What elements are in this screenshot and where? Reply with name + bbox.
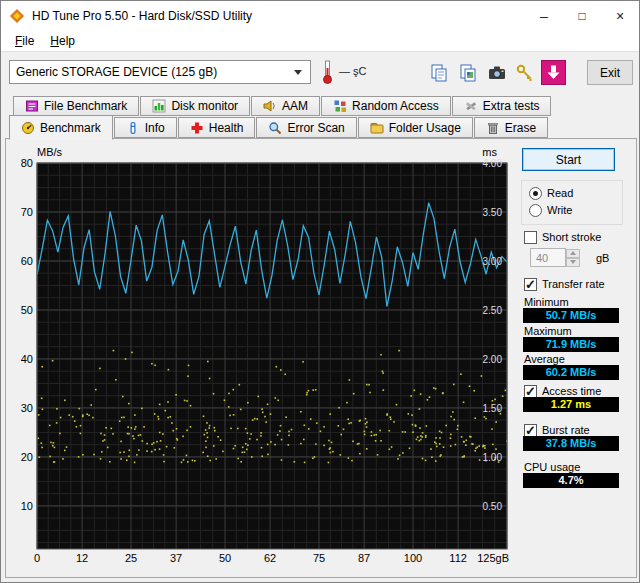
average-value: 60.2 MB/s [523, 365, 619, 380]
svg-text:30: 30 [21, 402, 33, 414]
access-time-value: 1.27 ms [523, 397, 619, 412]
tab-benchmark[interactable]: Benchmark [9, 115, 113, 140]
tab-health[interactable]: Health [178, 117, 256, 138]
tab-label: Benchmark [40, 121, 101, 135]
start-button[interactable]: Start [522, 148, 615, 171]
tab-label: File Benchmark [44, 99, 127, 113]
short-stroke-label: Short stroke [542, 231, 601, 243]
menu-file-rest: ile [22, 34, 34, 48]
short-stroke-checkbox-box[interactable] [524, 231, 537, 244]
svg-text:2.00: 2.00 [483, 354, 503, 365]
tab-random-access[interactable]: Random Access [321, 96, 451, 116]
tab-disk-monitor[interactable]: Disk monitor [140, 96, 250, 116]
tab-extra-tests[interactable]: Extra tests [452, 96, 552, 116]
tab-erase[interactable]: Erase [474, 117, 548, 138]
tab-file-benchmark[interactable]: File Benchmark [13, 96, 139, 116]
svg-text:40: 40 [21, 353, 33, 365]
tab-label: Info [145, 121, 165, 135]
maximum-label: Maximum [524, 325, 572, 337]
read-radio-circle[interactable] [529, 187, 542, 200]
extra-tests-icon [464, 99, 478, 113]
svg-text:50: 50 [219, 552, 231, 564]
temperature-readout: — şC [339, 65, 367, 77]
menu-bar: File Help [1, 31, 639, 52]
menu-help-rest: elp [59, 34, 75, 48]
tab-label: Extra tests [483, 99, 540, 113]
close-button[interactable]: × [601, 1, 639, 31]
read-radio-label: Read [547, 187, 573, 199]
tab-aam[interactable]: AAM [251, 96, 320, 116]
tab-info[interactable]: Info [114, 117, 177, 138]
svg-text:12: 12 [76, 552, 88, 564]
read-radio[interactable]: Read [529, 186, 573, 200]
toolbar: Generic STORAGE DEVICE (125 gB) — şC [1, 53, 639, 91]
device-select[interactable]: Generic STORAGE DEVICE (125 gB) [9, 60, 311, 84]
app-window: HD Tune Pro 5.50 - Hard Disk/SSD Utility… [0, 0, 640, 583]
chevron-down-icon [294, 70, 302, 75]
write-radio[interactable]: Write [529, 203, 572, 217]
svg-text:112: 112 [449, 552, 467, 564]
short-stroke-size: 40 gB [530, 248, 609, 267]
svg-text:75: 75 [313, 552, 325, 564]
exit-button[interactable]: Exit [587, 60, 633, 85]
camera-icon[interactable] [484, 60, 509, 85]
menu-help[interactable]: Help [42, 32, 83, 50]
svg-text:0.50: 0.50 [483, 501, 503, 512]
access-time-checkbox[interactable]: Access time [524, 384, 601, 398]
maximize-button[interactable]: □ [563, 1, 601, 31]
info-icon [126, 121, 140, 135]
window-title: HD Tune Pro 5.50 - Hard Disk/SSD Utility [32, 9, 525, 23]
benchmark-icon [21, 121, 35, 135]
svg-text:80: 80 [21, 157, 33, 169]
write-radio-label: Write [547, 204, 572, 216]
menu-help-accel: H [50, 34, 59, 48]
svg-text:50: 50 [21, 304, 33, 316]
benchmark-chart: MB/sms80706050403020104.003.503.002.502.… [9, 145, 517, 569]
tab-folder-usage[interactable]: Folder Usage [358, 117, 473, 138]
tab-error-scan[interactable]: Error Scan [256, 117, 356, 138]
average-label: Average [524, 353, 565, 365]
folder-usage-icon [370, 121, 384, 135]
svg-text:4.00: 4.00 [483, 158, 503, 169]
svg-text:2.50: 2.50 [483, 305, 503, 316]
titlebar: HD Tune Pro 5.50 - Hard Disk/SSD Utility… [1, 1, 639, 31]
aam-icon [263, 99, 277, 113]
copy-text-icon[interactable] [426, 60, 451, 85]
maximum-value: 71.9 MB/s [523, 337, 619, 352]
svg-text:70: 70 [21, 206, 33, 218]
short-stroke-size-input: 40 [530, 248, 566, 267]
tab-row-primary: Benchmark Info Health Error Scan Folder … [9, 117, 549, 138]
write-radio-circle[interactable] [529, 204, 542, 217]
app-icon [9, 8, 25, 24]
menu-file[interactable]: File [7, 32, 42, 50]
tab-label: AAM [282, 99, 308, 113]
save-image-button[interactable] [541, 60, 566, 85]
transfer-rate-checkbox-box[interactable] [524, 278, 537, 291]
burst-rate-value: 37.8 MB/s [523, 436, 619, 451]
svg-text:3.00: 3.00 [483, 256, 503, 267]
minimize-button[interactable]: – [525, 1, 563, 31]
transfer-rate-label: Transfer rate [542, 278, 605, 290]
cpu-usage-label: CPU usage [524, 461, 580, 473]
access-time-checkbox-box[interactable] [524, 385, 537, 398]
short-stroke-checkbox[interactable]: Short stroke [524, 230, 601, 244]
tab-label: Erase [505, 121, 536, 135]
svg-text:1.50: 1.50 [483, 403, 503, 414]
serial-key-icon[interactable] [512, 60, 537, 85]
svg-text:25: 25 [125, 552, 137, 564]
svg-text:1.00: 1.00 [483, 452, 503, 463]
cpu-usage-value: 4.7% [523, 473, 619, 488]
thermometer-icon [321, 59, 334, 88]
svg-text:0: 0 [34, 552, 40, 564]
error-scan-icon [268, 121, 282, 135]
tab-label: Disk monitor [171, 99, 238, 113]
burst-rate-checkbox[interactable]: Burst rate [524, 423, 590, 437]
svg-text:125gB: 125gB [477, 552, 509, 564]
burst-rate-checkbox-box[interactable] [524, 424, 537, 437]
spinner-down-button [566, 258, 580, 267]
svg-text:60: 60 [21, 255, 33, 267]
disk-monitor-icon [152, 99, 166, 113]
transfer-rate-checkbox[interactable]: Transfer rate [524, 277, 605, 291]
copy-image-icon[interactable] [455, 60, 480, 85]
minimum-label: Minimum [524, 296, 569, 308]
